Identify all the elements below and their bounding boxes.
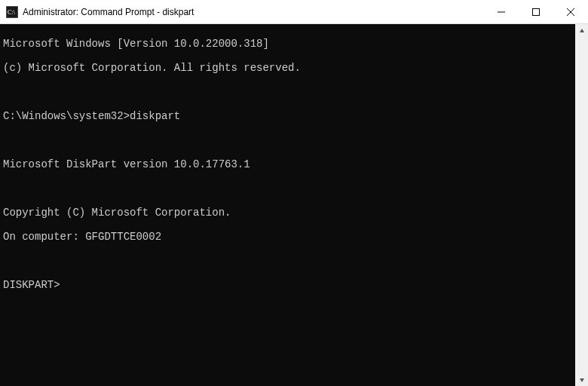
- minimize-button[interactable]: [484, 0, 519, 23]
- svg-text:C:\: C:\: [8, 9, 16, 16]
- terminal-blank: [3, 134, 572, 146]
- maximize-button[interactable]: [519, 0, 553, 23]
- vertical-scrollbar[interactable]: [575, 24, 588, 386]
- terminal-output[interactable]: Microsoft Windows [Version 10.0.22000.31…: [0, 24, 575, 386]
- terminal-line: C:\Windows\system32>diskpart: [3, 110, 572, 122]
- cmd-icon: C:\: [6, 6, 18, 18]
- window-title: Administrator: Command Prompt - diskpart: [23, 7, 194, 17]
- terminal-blank: [3, 182, 572, 195]
- scroll-up-button[interactable]: [575, 24, 588, 37]
- terminal-line: Microsoft DiskPart version 10.0.17763.1: [3, 158, 572, 170]
- terminal-area: Microsoft Windows [Version 10.0.22000.31…: [0, 24, 588, 386]
- svg-rect-3: [533, 8, 540, 15]
- terminal-line: On computer: GFGDTTCE0002: [3, 231, 572, 243]
- close-button[interactable]: [553, 0, 588, 23]
- scroll-track[interactable]: [575, 37, 588, 373]
- terminal-blank: [3, 255, 572, 267]
- terminal-blank: [3, 86, 572, 98]
- terminal-prompt: DISKPART>: [3, 279, 572, 291]
- scroll-down-button[interactable]: [575, 373, 588, 386]
- window-controls: [484, 0, 588, 23]
- terminal-line: Microsoft Windows [Version 10.0.22000.31…: [3, 38, 572, 50]
- terminal-line: (c) Microsoft Corporation. All rights re…: [3, 62, 572, 74]
- svg-marker-7: [580, 378, 584, 382]
- titlebar: C:\ Administrator: Command Prompt - disk…: [0, 0, 588, 24]
- svg-marker-6: [580, 29, 584, 32]
- terminal-line: Copyright (C) Microsoft Corporation.: [3, 207, 572, 219]
